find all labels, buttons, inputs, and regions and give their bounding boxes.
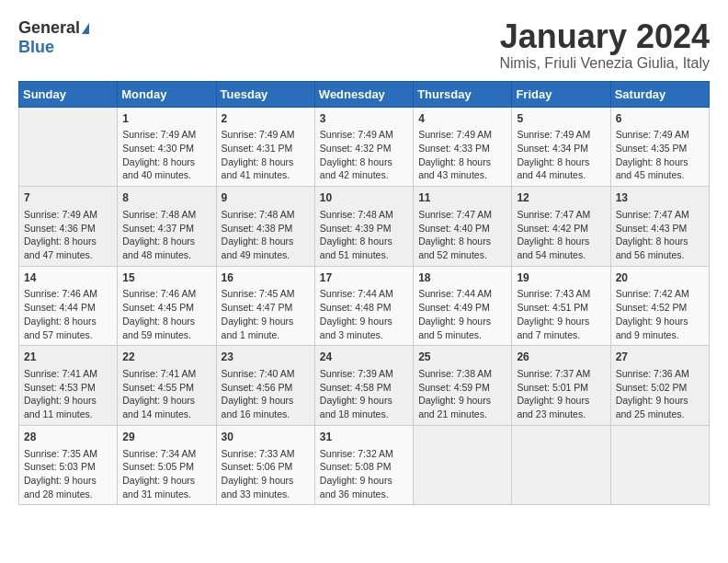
day-number: 11 [418,190,506,206]
cell-info: and 18 minutes. [320,408,408,421]
cell-info: Sunset: 4:37 PM [122,222,210,236]
cell-info: Sunset: 4:40 PM [418,222,506,236]
page-subtitle: Nimis, Friuli Venezia Giulia, Italy [499,55,710,72]
day-number: 6 [616,111,704,127]
day-number: 18 [418,270,506,286]
day-number: 14 [24,270,112,286]
day-number: 27 [616,350,704,365]
cell-info: and 48 minutes. [122,248,210,262]
cell-info: Sunset: 4:31 PM [222,142,310,155]
calendar-cell [610,425,709,505]
cell-info: Sunrise: 7:47 AM [517,208,605,222]
cell-info: Sunrise: 7:48 AM [122,208,210,222]
day-number: 9 [222,190,310,206]
cell-info: and 54 minutes. [517,248,605,262]
cell-info: Sunrise: 7:49 AM [222,128,310,142]
day-number: 17 [320,270,408,286]
header-cell-friday: Friday [512,81,610,107]
cell-info: Sunset: 4:49 PM [418,301,506,315]
cell-info: Sunrise: 7:48 AM [320,208,408,222]
header-cell-thursday: Thursday [414,81,512,107]
cell-info: Daylight: 8 hours [122,235,210,248]
cell-info: Sunset: 5:03 PM [24,460,112,474]
calendar-cell: 17Sunrise: 7:44 AMSunset: 4:48 PMDayligh… [314,266,413,346]
day-number: 23 [222,350,310,365]
cell-info: Daylight: 9 hours [616,394,704,408]
cell-info: Daylight: 8 hours [122,155,210,169]
calendar-cell [19,107,118,187]
cell-info: Sunrise: 7:39 AM [320,367,408,381]
day-number: 26 [517,350,605,365]
cell-info: Sunrise: 7:44 AM [418,287,506,301]
cell-info: Daylight: 9 hours [222,474,310,488]
cell-info: Sunset: 4:35 PM [616,142,704,155]
header-cell-wednesday: Wednesday [314,81,413,107]
day-number: 29 [122,430,210,445]
cell-info: Sunrise: 7:40 AM [222,367,310,381]
calendar-cell: 28Sunrise: 7:35 AMSunset: 5:03 PMDayligh… [19,425,118,505]
header-cell-sunday: Sunday [19,81,118,107]
week-row-2: 7Sunrise: 7:49 AMSunset: 4:36 PMDaylight… [19,187,710,267]
calendar-cell: 24Sunrise: 7:39 AMSunset: 4:58 PMDayligh… [314,346,413,426]
calendar-cell: 27Sunrise: 7:36 AMSunset: 5:02 PMDayligh… [610,346,709,426]
day-number: 4 [418,111,506,127]
page-title: January 2024 [499,18,710,55]
cell-info: Sunrise: 7:32 AM [320,447,408,461]
cell-info: Sunset: 5:05 PM [122,460,210,474]
cell-info: Sunrise: 7:33 AM [222,447,310,461]
cell-info: and 16 minutes. [222,408,310,421]
cell-info: Sunrise: 7:44 AM [320,287,408,301]
cell-info: Daylight: 9 hours [418,315,506,328]
calendar-table: SundayMondayTuesdayWednesdayThursdayFrid… [18,81,710,506]
day-number: 15 [122,270,210,286]
cell-info: Sunset: 4:39 PM [320,222,408,236]
cell-info: Daylight: 8 hours [517,155,605,169]
cell-info: Sunset: 4:48 PM [320,301,408,315]
cell-info: Sunrise: 7:49 AM [320,128,408,142]
calendar-cell: 5Sunrise: 7:49 AMSunset: 4:34 PMDaylight… [512,107,610,187]
cell-info: and 9 minutes. [616,328,704,342]
cell-info: and 42 minutes. [320,168,408,182]
cell-info: and 21 minutes. [418,408,506,421]
calendar-cell: 13Sunrise: 7:47 AMSunset: 4:43 PMDayligh… [610,187,709,267]
calendar-cell: 12Sunrise: 7:47 AMSunset: 4:42 PMDayligh… [512,187,610,267]
cell-info: Daylight: 8 hours [517,235,605,248]
cell-info: Daylight: 9 hours [222,394,310,408]
day-number: 5 [517,111,605,127]
cell-info: and 49 minutes. [222,248,310,262]
cell-info: Sunset: 4:55 PM [122,381,210,395]
week-row-1: 1Sunrise: 7:49 AMSunset: 4:30 PMDaylight… [19,107,710,187]
cell-info: and 59 minutes. [122,328,210,342]
cell-info: Sunset: 4:43 PM [616,222,704,236]
header-cell-tuesday: Tuesday [216,81,314,107]
cell-info: and 33 minutes. [222,488,310,501]
cell-info: and 40 minutes. [122,168,210,182]
day-number: 28 [24,430,112,445]
cell-info: Sunrise: 7:34 AM [122,447,210,461]
cell-info: and 3 minutes. [320,328,408,342]
cell-info: Daylight: 8 hours [24,235,112,248]
header-cell-monday: Monday [118,81,216,107]
cell-info: and 52 minutes. [418,248,506,262]
cell-info: and 5 minutes. [418,328,506,342]
cell-info: Sunrise: 7:42 AM [616,287,704,301]
cell-info: Sunset: 4:44 PM [24,301,112,315]
cell-info: Sunrise: 7:41 AM [122,367,210,381]
cell-info: Sunrise: 7:48 AM [222,208,310,222]
cell-info: and 36 minutes. [320,488,408,501]
cell-info: Daylight: 9 hours [222,315,310,328]
logo-general: General [18,18,80,38]
calendar-cell: 15Sunrise: 7:46 AMSunset: 4:45 PMDayligh… [118,266,216,346]
cell-info: and 25 minutes. [616,408,704,421]
day-number: 7 [24,190,112,206]
title-area: January 2024 Nimis, Friuli Venezia Giuli… [499,18,710,72]
cell-info: and 14 minutes. [122,408,210,421]
cell-info: Daylight: 8 hours [222,155,310,169]
cell-info: and 28 minutes. [24,488,112,501]
header-row: SundayMondayTuesdayWednesdayThursdayFrid… [19,81,710,107]
cell-info: Sunset: 4:45 PM [122,301,210,315]
day-number: 2 [222,111,310,127]
header: General Blue January 2024 Nimis, Friuli … [18,18,710,72]
calendar-cell: 16Sunrise: 7:45 AMSunset: 4:47 PMDayligh… [216,266,314,346]
cell-info: Daylight: 9 hours [122,474,210,488]
